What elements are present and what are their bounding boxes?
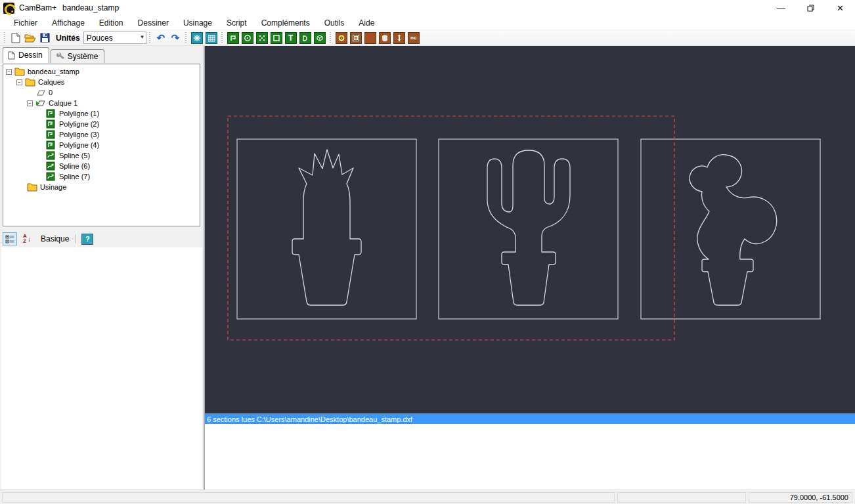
machine-engrave-button[interactable] [363, 31, 378, 45]
status-panel-secondary [617, 492, 746, 503]
new-file-button[interactable] [9, 31, 23, 45]
spiky-cactus-outline [292, 150, 361, 305]
redo-button[interactable]: ↷ [168, 31, 183, 45]
menu-usinage[interactable]: Usinage [176, 17, 219, 29]
folder-icon [25, 77, 35, 87]
menu-affichage[interactable]: Affichage [45, 17, 92, 29]
rectangle-tool-icon [271, 32, 282, 44]
tree-row-polyligne-4[interactable]: Polyligne (4) [3, 140, 200, 150]
status-message: 6 sections lues C:\Users\amandine\Deskto… [207, 415, 412, 423]
show-grid-button[interactable] [204, 31, 219, 45]
undo-icon: ↶ [156, 33, 165, 43]
cambam-logo-icon [3, 3, 14, 14]
spline-entity-icon [46, 151, 56, 160]
active-layer-icon [35, 98, 46, 108]
menu-outils[interactable]: Outils [317, 17, 352, 29]
engrave-op-icon [364, 32, 376, 44]
open-file-button[interactable] [23, 31, 37, 45]
stock-box-1 [237, 139, 416, 319]
collapse-toggle[interactable]: − [6, 69, 12, 75]
separator [75, 234, 76, 243]
units-value: Pouces [87, 33, 113, 43]
tree-row-polyligne-3[interactable]: Polyligne (3) [3, 129, 200, 140]
draw-surface-button[interactable] [313, 31, 327, 45]
draw-rectangle-button[interactable] [269, 31, 284, 45]
drawing-canvas[interactable] [205, 46, 855, 413]
status-panel-main [2, 492, 615, 503]
folder-icon [27, 182, 37, 192]
draw-polyline-button[interactable] [226, 31, 240, 45]
menu-edition[interactable]: Edition [92, 17, 131, 29]
menu-dessiner[interactable]: Dessiner [131, 17, 176, 29]
categorized-icon [5, 235, 14, 243]
stock-box-3 [641, 139, 820, 319]
minimize-button[interactable]: — [766, 0, 796, 16]
draw-points-button[interactable] [255, 31, 269, 45]
close-button[interactable]: ✕ [825, 0, 855, 16]
tree-label: Polyligne (3) [59, 131, 99, 138]
title-bar: CamBam+ bandeau_stamp — ✕ [0, 0, 855, 16]
tree-row-calque-1[interactable]: − Calque 1 [3, 98, 200, 108]
tab-dessin[interactable]: Dessin [3, 47, 49, 63]
save-button[interactable] [37, 31, 52, 45]
status-message-bar[interactable]: 6 sections lues C:\Users\amandine\Deskto… [205, 413, 855, 424]
circle-tool-icon [242, 32, 253, 44]
machine-drill-button[interactable] [378, 31, 392, 45]
tree-label: Spline (5) [59, 152, 90, 159]
collapse-toggle[interactable]: − [27, 100, 33, 106]
tree-label: Calque 1 [49, 99, 77, 107]
generate-gcode-button[interactable]: nc [406, 31, 421, 45]
selection-rectangle [228, 116, 674, 340]
message-log-area[interactable] [205, 424, 855, 490]
save-icon [40, 33, 50, 43]
layer-icon [35, 88, 46, 97]
tree-row-spline-6[interactable]: Spline (6) [3, 161, 200, 171]
profile-op-icon [393, 32, 405, 44]
undo-button[interactable]: ↶ [154, 31, 168, 45]
pocket-op-icon [350, 32, 362, 44]
restore-button[interactable] [796, 0, 825, 16]
grid-icon [206, 32, 217, 44]
collapse-toggle[interactable]: − [16, 79, 22, 85]
tree-label: Calques [38, 78, 64, 86]
folder-icon [14, 67, 25, 76]
machine-pocket-button[interactable] [349, 31, 363, 45]
tree-row-usinage[interactable]: Usinage [3, 182, 200, 192]
redo-icon: ↷ [171, 33, 179, 43]
tree-row-spline-5[interactable]: Spline (5) [3, 150, 200, 161]
drill-op-icon [379, 32, 391, 44]
tree-row-spline-7[interactable]: Spline (7) [3, 171, 200, 182]
menu-aide[interactable]: Aide [351, 17, 382, 29]
toolbar-grip [221, 32, 224, 44]
document-title: bandeau_stamp [62, 3, 119, 12]
units-label: Unités [56, 33, 80, 43]
tree-row-polyligne-2[interactable]: Polyligne (2) [3, 119, 200, 129]
draw-arc-button[interactable] [298, 31, 313, 45]
machine-turn-button[interactable] [334, 31, 349, 45]
draw-text-button[interactable]: T [284, 31, 298, 45]
tab-systeme[interactable]: Système [51, 49, 105, 63]
menu-script[interactable]: Script [219, 17, 254, 29]
tree-row-calques[interactable]: − Calques [3, 77, 200, 87]
draw-circle-button[interactable] [240, 31, 255, 45]
machine-profile-button[interactable] [392, 31, 406, 45]
tree-row-drawing-root[interactable]: − bandeau_stamp [3, 66, 200, 77]
help-button[interactable]: ? [81, 234, 93, 245]
units-select[interactable]: Pouces ▾ [83, 32, 146, 44]
menu-complements[interactable]: Compléments [254, 17, 317, 29]
tree-row-polyligne-1[interactable]: Polyligne (1) [3, 108, 200, 119]
stock-box-2 [439, 139, 618, 319]
snap-to-grid-button[interactable] [190, 31, 204, 45]
menu-fichier[interactable]: Fichier [7, 17, 45, 29]
categorized-view-button[interactable] [3, 232, 17, 245]
tree-label: bandeau_stamp [28, 68, 79, 75]
combo-arrow-icon: ▾ [141, 33, 144, 40]
lathe-op-icon [336, 32, 347, 44]
tree-row-layer-0[interactable]: 0 [3, 87, 200, 98]
toolbar-grip [148, 32, 152, 44]
tree-label: Polyligne (1) [59, 110, 99, 117]
points-tool-icon [256, 32, 268, 44]
view-mode-label: Basique [41, 234, 69, 243]
tree-label: 0 [49, 89, 53, 96]
alphabetical-sort-button[interactable]: AZ ↓ [20, 232, 34, 245]
